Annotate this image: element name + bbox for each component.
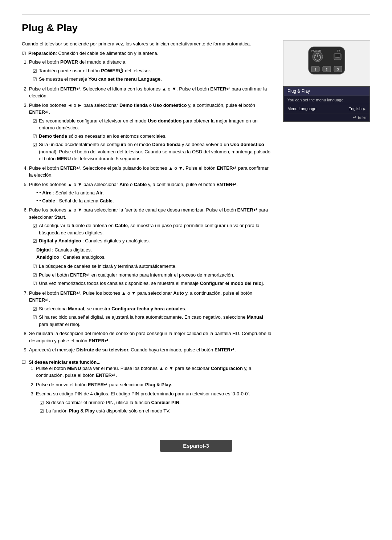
right-panel: POWER TV 1 2 3: [283, 40, 370, 418]
note-icon: ☑: [33, 76, 37, 83]
svg-text:2: 2: [326, 68, 327, 71]
step-2: Pulse el botón ENTER↵. Seleccione el idi…: [29, 85, 272, 100]
step-6-note-1: ☑ Al configurar la fuente de antena en C…: [33, 222, 272, 236]
step-1: Pulse el botón POWER del mando a distanc…: [29, 59, 272, 83]
step-6-note2-2: ☑ Pulse el botón ENTER↵ en cualquier mom…: [33, 271, 272, 279]
enter-icon: ↵: [353, 115, 356, 120]
svg-rect-7: [335, 54, 340, 57]
step-6-extra: Digital : Canales digitales. Analógico :…: [36, 246, 272, 262]
step-7-note-2: ☑ Si ha recibido una señal digital, se a…: [33, 314, 272, 328]
step-5: Pulse los botones ▲ o ▼ para seleccionar…: [29, 181, 272, 205]
step-3: Pulse los botones ◄ o ► para seleccionar…: [29, 102, 272, 162]
step-3-note-1: ☑ Es recomendable configurar el televiso…: [33, 117, 272, 132]
footer-center: Español-3: [22, 429, 370, 452]
step-3-note-3: ☑ Si la unidad accidentalmente se config…: [33, 141, 272, 162]
osd-footer-label: Enter: [358, 116, 367, 120]
osd-menu-value: English ▶: [348, 106, 366, 111]
osd-arrow-icon: ▶: [363, 107, 366, 111]
note-icon: ☑: [33, 238, 37, 245]
footer-badge: Español-3: [160, 440, 232, 452]
step-6: Pulse los botones ▲ o ▼ para seleccionar…: [29, 206, 272, 287]
osd-menu-label: Menu Language: [287, 106, 317, 111]
step-1-notes: ☑ También puede usar el botón POWER⏻ del…: [33, 67, 272, 83]
remote-illustration: POWER TV 1 2 3: [283, 40, 370, 86]
note-icon: ☑: [33, 314, 37, 321]
note-icon: ☑: [33, 280, 37, 287]
step-6-notes2: ☑ La búsqueda de canales se iniciará y t…: [33, 263, 272, 287]
reinit-step-2: Pulse de nuevo el botón ENTER↵ para sele…: [36, 381, 272, 388]
step-1-note-2: ☑ Se muestra el mensaje You can set the …: [33, 76, 272, 83]
step-6-note-2: ☑ Digital y Analógico : Canales digitale…: [33, 237, 272, 245]
osd-footer: ↵ Enter: [284, 113, 369, 121]
intro-note1: ☑ Preparación: Conexión del cable de ali…: [22, 50, 272, 57]
osd-subtitle: You can set the menu language.: [284, 96, 369, 104]
note-icon: ☑: [33, 118, 37, 125]
reinit-checkbox-icon: ❑: [22, 359, 26, 418]
page-title: Plug & Play: [22, 22, 370, 34]
step-6-note2-3: ☑ Una vez memorizados todos los canales …: [33, 280, 272, 287]
reinit-step-3: Escriba su código PIN de 4 dígitos. El c…: [36, 390, 272, 415]
reinit-content: Si desea reiniciar esta función... Pulse…: [29, 359, 272, 418]
step-7-notes: ☑ Si selecciona Manual, se muestra Confi…: [33, 305, 272, 328]
step-5-bullet-2: • Cable : Señal de la antena Cable.: [36, 197, 272, 205]
note-icon: ☑: [40, 399, 44, 407]
step-1-note-1: ☑ También puede usar el botón POWER⏻ del…: [33, 67, 272, 75]
step-5-bullets: • Aire : Señal de la antena Air. • Cable…: [29, 189, 272, 204]
step-3-note-2: ☑ Demo tienda sólo es necesario en los e…: [33, 133, 272, 140]
step-5-bullet-1: • Aire : Señal de la antena Air.: [36, 189, 272, 197]
step-7: Pulse el botón ENTER↵. Pulse los botones…: [29, 290, 272, 328]
note-icon: ☑: [33, 141, 37, 149]
note-icon: ☑: [40, 408, 44, 415]
svg-text:POWER: POWER: [311, 49, 321, 52]
svg-text:3: 3: [337, 68, 339, 71]
main-content: Cuando el televisor se enciende por prim…: [22, 40, 370, 418]
note-icon: ☑: [33, 133, 37, 140]
step-6-notes: ☑ Al configurar la fuente de antena en C…: [33, 222, 272, 245]
osd-menu-row: Menu Language English ▶: [284, 104, 369, 113]
intro-note1-text: Preparación: Conexión del cable de alime…: [28, 50, 158, 57]
reinit-section: ❑ Si desea reiniciar esta función... Pul…: [22, 359, 272, 418]
reinit-note-1: ☑ Si desea cambiar el número PIN, utilic…: [40, 399, 272, 407]
text-section: Cuando el televisor se enciende por prim…: [22, 40, 272, 418]
note-icon: ☑: [33, 306, 37, 313]
step-3-notes: ☑ Es recomendable configurar el televiso…: [33, 117, 272, 162]
step-6-note2-1: ☑ La búsqueda de canales se iniciará y t…: [33, 263, 272, 270]
note-icon: ☑: [33, 68, 37, 75]
reinit-steps: Pulse el botón MENU para ver el menú. Pu…: [29, 365, 272, 415]
reinit-note-2: ☑ La función Plug & Play está disponible…: [40, 407, 272, 415]
remote-svg: POWER TV 1 2 3: [298, 45, 356, 81]
osd-screen: Plug & Play You can set the menu languag…: [283, 86, 370, 122]
note-icon: ☑: [33, 272, 37, 279]
reinit-step-1: Pulse el botón MENU para ver el menú. Pu…: [36, 365, 272, 379]
note-icon: ☑: [22, 50, 26, 57]
step-9: Aparecerá el mensaje Disfrute de su tele…: [29, 346, 272, 354]
osd-value-text: English: [348, 106, 362, 111]
step-7-note-1: ☑ Si selecciona Manual, se muestra Confi…: [33, 305, 272, 313]
svg-text:TV: TV: [337, 49, 340, 52]
reinit-step-3-notes: ☑ Si desea cambiar el número PIN, utilic…: [40, 399, 272, 415]
steps-list: Pulse el botón POWER del mando a distanc…: [22, 59, 272, 354]
step-8: Se muestra la descripción del método de …: [29, 330, 272, 344]
svg-text:1: 1: [314, 68, 316, 71]
step-4: Pulse el botón ENTER↵. Seleccione el paí…: [29, 165, 272, 179]
top-divider: [22, 15, 370, 15]
reinit-title: Si desea reiniciar esta función...: [29, 359, 272, 365]
intro-line1: Cuando el televisor se enciende por prim…: [22, 40, 272, 48]
osd-title: Plug & Play: [284, 87, 369, 96]
note-icon: ☑: [33, 263, 37, 270]
note-icon: ☑: [33, 222, 37, 230]
